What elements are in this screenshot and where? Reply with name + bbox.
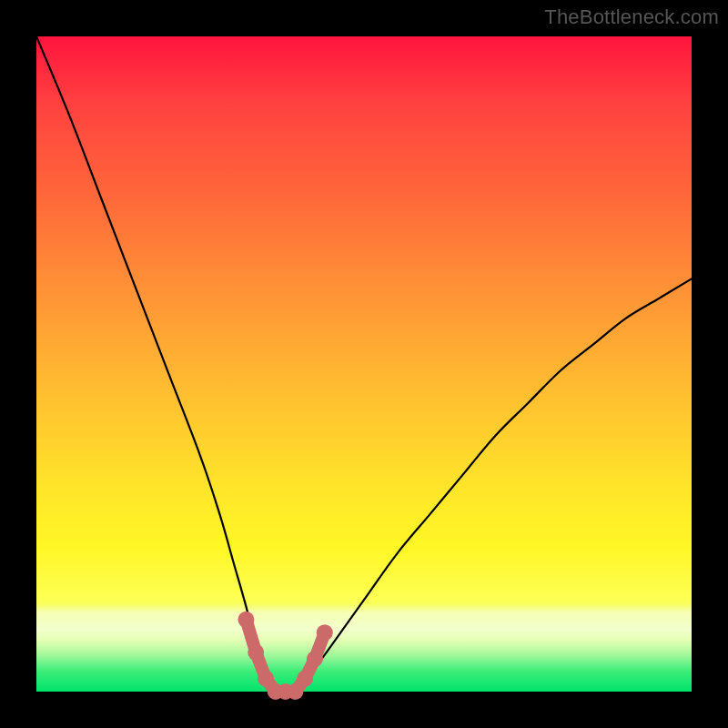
marker-point <box>248 644 264 661</box>
watermark-text: TheBottleneck.com <box>544 5 719 29</box>
marker-point <box>238 612 254 628</box>
marker-point <box>307 651 323 667</box>
marker-point <box>297 671 313 687</box>
marker-point <box>258 671 274 687</box>
marker-point <box>317 624 333 641</box>
curve-svg <box>36 36 692 692</box>
marker-point <box>287 683 303 700</box>
plot-area <box>36 36 692 692</box>
chart-frame: TheBottleneck.com <box>0 0 728 728</box>
bottleneck-curve <box>36 36 692 693</box>
marker-group <box>238 612 332 700</box>
